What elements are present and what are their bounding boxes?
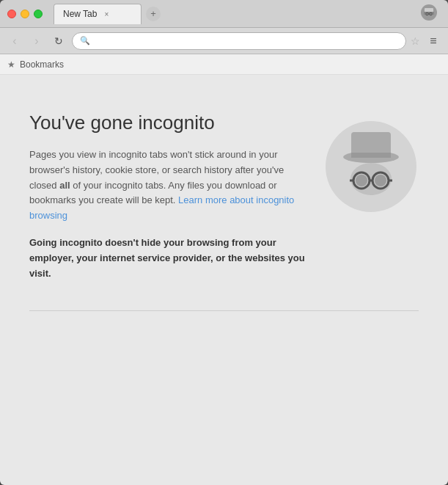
chrome-menu-button[interactable]: ≡ [425,32,442,50]
active-tab[interactable]: New Tab × [54,4,142,24]
titlebar: New Tab × + [0,0,448,28]
omnibox[interactable]: 🔍 [72,32,406,50]
svg-rect-11 [351,153,391,158]
svg-rect-5 [428,13,429,14]
forward-button[interactable]: › [28,32,45,50]
traffic-lights [7,10,43,18]
url-input[interactable] [95,35,398,46]
refresh-icon: ↻ [54,35,63,47]
search-icon: 🔍 [80,36,90,45]
forward-icon: › [34,34,38,48]
incognito-body-paragraph: Pages you view in incognito tabs won't s… [29,147,309,224]
svg-point-14 [356,175,367,186]
incognito-title: You've gone incognito [29,112,309,134]
tab-bar: New Tab × + [54,4,421,24]
bookmarks-bar: ★ Bookmarks [0,54,448,75]
svg-point-6 [426,12,428,15]
bookmarks-label[interactable]: Bookmarks [20,59,64,70]
back-button[interactable]: ‹ [6,32,23,50]
back-icon: ‹ [12,34,16,48]
tab-label: New Tab [63,9,97,19]
tab-close-button[interactable]: × [101,9,111,19]
page-content: You've gone incognito Pages you view in … [0,75,448,485]
svg-point-7 [430,12,432,15]
svg-point-16 [375,175,386,186]
refresh-button[interactable]: ↻ [50,32,67,50]
maximize-window-button[interactable] [34,10,43,18]
content-divider [29,310,419,311]
toolbar: ‹ › ↻ 🔍 ☆ ≡ [0,28,448,54]
minimize-window-button[interactable] [21,10,29,18]
close-window-button[interactable] [7,10,16,18]
incognito-page: You've gone incognito Pages you view in … [0,75,448,310]
incognito-warning: Going incognito doesn't hide your browsi… [29,236,309,281]
bookmark-star-icon[interactable]: ☆ [411,35,420,47]
incognito-body-all: all [59,180,70,191]
bookmarks-star-icon: ★ [7,59,15,70]
incognito-spy-illustration [323,112,419,217]
browser-window: New Tab × + ‹ [0,0,448,485]
new-tab-button[interactable]: + [146,7,161,21]
incognito-text-section: You've gone incognito Pages you view in … [29,112,309,281]
incognito-spy-header-icon [421,4,437,23]
